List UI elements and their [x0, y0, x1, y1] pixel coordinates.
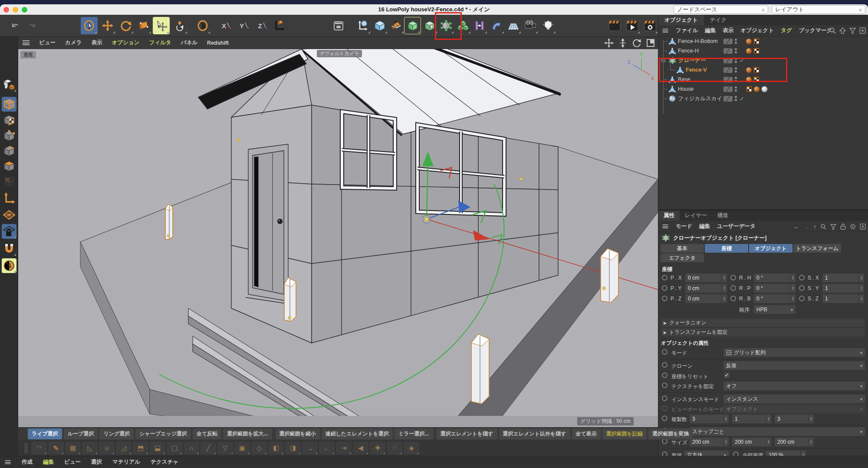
- record-selection-command[interactable]: 選択範囲を記録: [602, 428, 647, 439]
- inner-extrude-icon[interactable]: ▢: [167, 442, 182, 455]
- rp-field[interactable]: 0 °▲▼: [754, 284, 796, 293]
- axis-mode-button[interactable]: [2, 191, 16, 206]
- order-dropdown[interactable]: HPB▾: [754, 305, 796, 314]
- weld-tool-icon[interactable]: →: [302, 442, 318, 455]
- edge-mode-button[interactable]: [2, 144, 16, 158]
- om-menu-objects[interactable]: オブジェクト: [740, 27, 774, 34]
- texture-mode-button[interactable]: [2, 113, 16, 128]
- floor-button[interactable]: [505, 17, 522, 34]
- fix-texture-dropdown[interactable]: オフ▾: [723, 382, 865, 390]
- model-mode-button[interactable]: [2, 97, 16, 112]
- tab-layers[interactable]: レイヤー: [680, 211, 712, 221]
- knife-tool-icon[interactable]: ╱: [201, 442, 216, 455]
- tab-objects[interactable]: オブジェクト: [658, 15, 704, 25]
- visibility-toggle[interactable]: [723, 96, 733, 102]
- move-tool[interactable]: [99, 17, 116, 34]
- filter-icon[interactable]: [830, 224, 836, 230]
- object-manager-menu-icon[interactable]: [663, 29, 668, 33]
- uvw-tag-icon[interactable]: [753, 48, 760, 54]
- om-menu-file[interactable]: ファイル: [676, 27, 698, 34]
- sz-ring[interactable]: [799, 296, 805, 301]
- select-connected-command[interactable]: 連続したエレメントを選択: [322, 428, 393, 439]
- py-ring[interactable]: [662, 285, 667, 291]
- count-z-field[interactable]: 3▲▼: [775, 415, 814, 423]
- light-button[interactable]: [539, 17, 556, 34]
- patch-tool-icon[interactable]: ▦: [65, 442, 81, 455]
- lock-workplane-button[interactable]: [2, 224, 16, 239]
- sz-field[interactable]: 1▲▼: [822, 294, 864, 303]
- pz-field[interactable]: 0 cm▲▼: [685, 294, 727, 303]
- py-field[interactable]: 0 cm▲▼: [685, 284, 727, 293]
- reset-coords-ring[interactable]: [662, 372, 667, 378]
- drag-handle[interactable]: [24, 443, 28, 453]
- rh-field[interactable]: 0 °▲▼: [754, 274, 796, 282]
- lock-y-axis-button[interactable]: Y: [236, 17, 253, 34]
- sx-ring[interactable]: [799, 275, 805, 280]
- rp-ring[interactable]: [730, 285, 736, 291]
- dot-grid-icon[interactable]: ⁘: [387, 442, 402, 455]
- viewport-menu-icon[interactable]: [23, 40, 30, 45]
- snap-button[interactable]: [2, 241, 16, 256]
- quaternion-foldout[interactable]: ▶クォータニオン: [661, 319, 865, 327]
- undo-button[interactable]: [6, 17, 23, 34]
- coordinate-system-button[interactable]: [270, 17, 287, 34]
- matrix-extrude-icon[interactable]: ▽: [217, 442, 233, 455]
- unhide-all-command[interactable]: 全て表示: [572, 428, 601, 439]
- point-mode-button[interactable]: [2, 129, 16, 143]
- maximize-view-icon[interactable]: [646, 38, 655, 48]
- hide-unselected-command[interactable]: 選択エレメント以外を隠す: [499, 428, 570, 439]
- count-ring[interactable]: [662, 415, 667, 421]
- bottom-menu-select[interactable]: 選択: [91, 458, 102, 466]
- size-y-field[interactable]: 200 cm▲▼: [732, 438, 771, 446]
- add-object-icon[interactable]: [859, 27, 866, 34]
- count-y-field[interactable]: 1▲▼: [732, 415, 771, 423]
- projection-badge[interactable]: 透視: [20, 51, 36, 59]
- visibility-dots[interactable]: [735, 39, 737, 44]
- line-cut-icon[interactable]: ◇: [251, 442, 267, 455]
- target-icon[interactable]: [850, 224, 856, 230]
- size-x-field[interactable]: 200 cm▲▼: [690, 438, 729, 446]
- asset-browser-button[interactable]: [330, 17, 347, 34]
- mirror-selection-command[interactable]: ミラー選択...: [395, 428, 433, 439]
- invert-all-command[interactable]: 全て反転: [193, 428, 221, 439]
- pz-ring[interactable]: [662, 296, 667, 301]
- lock-icon[interactable]: [840, 224, 846, 230]
- ring-selection-command[interactable]: リング選択: [99, 428, 134, 439]
- mode-ring[interactable]: [662, 349, 667, 355]
- attribute-menu-icon[interactable]: [663, 224, 668, 228]
- grow-selection-command[interactable]: 選択範囲を拡大...: [223, 428, 272, 439]
- extrude-tool-icon[interactable]: ⬓: [150, 442, 165, 455]
- render-to-picture-viewer-button[interactable]: [624, 17, 641, 34]
- bridge-tool-icon[interactable]: ∩: [184, 442, 199, 455]
- section-tab-transform[interactable]: トランスフォーム: [793, 244, 841, 253]
- sx-field[interactable]: 1▲▼: [822, 274, 864, 282]
- object-row-physical-sky[interactable]: フィジカルスカイ ✓: [658, 94, 868, 103]
- clone-ring[interactable]: [662, 362, 667, 368]
- section-tab-object[interactable]: オブジェクト: [749, 244, 792, 253]
- instance-mode-dropdown[interactable]: インスタンス▾: [723, 395, 865, 403]
- align-tool-icon[interactable]: ◀: [353, 442, 368, 455]
- deformer-button[interactable]: [488, 17, 505, 34]
- bottom-menu-icon[interactable]: [5, 460, 11, 464]
- bottom-menu-material[interactable]: マテリアル: [112, 458, 140, 466]
- clone-dropdown[interactable]: 反復▾: [723, 361, 865, 370]
- sy-field[interactable]: 1▲▼: [822, 284, 864, 293]
- phong-tag-icon[interactable]: [746, 39, 752, 44]
- collapse-tool-icon[interactable]: ←: [319, 442, 335, 455]
- iron-tool-icon[interactable]: ◿: [116, 442, 132, 455]
- filter-icon[interactable]: [849, 27, 856, 34]
- bottom-menu-create[interactable]: 作成: [22, 458, 33, 466]
- size-z-field[interactable]: 200 cm▲▼: [775, 438, 814, 446]
- om-menu-tags[interactable]: タグ: [781, 27, 792, 34]
- om-menu-view[interactable]: 表示: [723, 27, 733, 34]
- instance-mode-ring[interactable]: [662, 395, 667, 401]
- stitch-tool-icon[interactable]: ⇥: [336, 442, 352, 455]
- viewport-menu-camera[interactable]: カメラ: [65, 39, 82, 46]
- viewport-menu-filter[interactable]: フィルタ: [149, 39, 171, 46]
- uvw-tag-icon[interactable]: [753, 38, 760, 44]
- tab-structure[interactable]: 構造: [712, 211, 733, 221]
- back-arrow-icon[interactable]: ←: [793, 223, 799, 230]
- object-row-fence-h[interactable]: Fence-H: [658, 46, 868, 56]
- scale-tool[interactable]: [135, 17, 152, 34]
- section-tab-basic[interactable]: 基本: [661, 244, 704, 253]
